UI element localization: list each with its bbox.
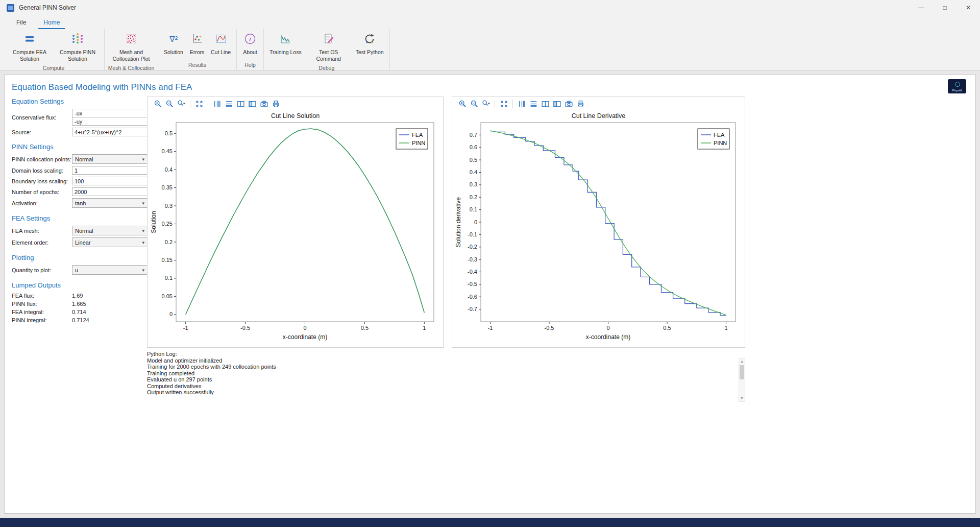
nabla-icon: ∇² [167,32,180,47]
split-view-icon[interactable] [540,99,550,109]
pinn-collocation-points-dropdown[interactable]: Normal▾ [72,154,148,164]
zoom-extents-icon[interactable] [499,99,509,109]
window-chrome: General PINN Solver — □ ✕ File Home Comp… [0,0,980,70]
errors-button[interactable]: Errors [187,31,207,57]
test-python-button[interactable]: Test Python [353,31,386,57]
svg-text:0.1: 0.1 [470,206,477,212]
tab-home[interactable]: Home [38,17,65,29]
snapshot-icon[interactable] [564,99,574,109]
source-row: Source: [12,128,148,136]
svg-text:-0.7: -0.7 [468,306,477,312]
about-button[interactable]: iAbout [240,31,260,57]
svg-text:-0.5: -0.5 [468,281,477,287]
svg-text:0.2: 0.2 [165,239,173,245]
mesh-plot-icon [125,32,138,47]
fea-mesh-dropdown[interactable]: Normal▾ [72,226,148,235]
ribbon-group-mesh-collocation: Mesh and Collocation PlotMesh & Collocat… [105,29,158,70]
tab-file[interactable]: File [11,17,31,29]
ribbon-group-results: ∇²Solution Errors Cut LineResults [158,29,237,70]
cut-line-button[interactable]: Cut Line [208,31,233,57]
scroll-up-icon[interactable]: ▲ [739,358,745,365]
svg-text:0.7: 0.7 [470,132,477,138]
svg-text:Solution: Solution [150,211,157,233]
setting-row: PINN collocation points:Normal▾ [12,154,148,164]
mesh-and-collocation-plot-button[interactable]: Mesh and Collocation Plot [108,31,155,63]
ribbon-group-label: Mesh & Collocation [108,63,155,73]
print-icon[interactable] [271,99,281,109]
snapshot-icon[interactable] [259,99,269,109]
setting-row: Number of epochs: [12,187,148,196]
quantity-to-plot-dropdown[interactable]: u▾ [72,265,148,275]
zoom-in-icon[interactable] [153,99,163,109]
source-input[interactable] [72,128,148,136]
plot-properties-icon[interactable] [247,99,257,109]
log-scrollbar[interactable]: ▲ ▼ [739,358,745,402]
cut-line-icon [214,32,228,47]
flux-x-input[interactable] [72,109,148,117]
log-line: Evaluated u on 297 points [147,376,745,382]
solution-plot-toolbar [148,97,443,110]
ribbon-group-debug: Training Loss Test OS Command Test Pytho… [264,29,390,70]
plot-properties-icon[interactable] [552,99,562,109]
svg-text:0.3: 0.3 [165,203,173,209]
y-log-scale-icon[interactable] [517,99,527,109]
ribbon-button-label: Test Python [356,49,384,56]
ribbon-button-label: Compute PiNN Solution [57,49,99,62]
svg-text:x-coordinate (m): x-coordinate (m) [283,333,327,341]
svg-text:PINN: PINN [714,140,727,146]
svg-text:PINN: PINN [412,140,425,146]
maximize-button[interactable]: □ [933,0,957,15]
domain-loss-scaling-input[interactable] [72,166,148,175]
dropdown-value: Normal [75,156,93,162]
zoom-dropdown-icon[interactable] [176,99,186,109]
y-log-scale-icon[interactable] [212,99,222,109]
derivative-plot-toolbar [452,97,745,110]
scroll-down-icon[interactable]: ▼ [739,395,745,401]
solution-chart[interactable]: -1-0.500.5100.050.10.150.20.250.30.350.4… [148,119,443,344]
compute-pinn-solution-button[interactable]: Compute PiNN Solution [54,31,101,63]
activation-dropdown[interactable]: tanh▾ [72,198,148,208]
zoom-out-icon[interactable] [469,99,479,109]
svg-text:-0.4: -0.4 [468,269,477,275]
minimize-button[interactable]: — [910,0,933,15]
x-log-scale-icon[interactable] [224,99,234,109]
derivative-chart-svg[interactable]: -1-0.500.51-0.7-0.6-0.5-0.4-0.3-0.2-0.10… [452,119,744,342]
svg-text:0.4: 0.4 [165,166,173,173]
setting-row: Boundary loss scaling: [12,177,148,185]
element-order-dropdown[interactable]: Linear▾ [72,237,148,247]
pinn-flux-value: 1.665 [72,301,148,307]
lumped-outputs-heading: Lumped Outputs [12,281,148,289]
main-panel: Equation Based Modeling with PINNs and F… [4,75,976,514]
pinn-settings-heading: PINN Settings [12,143,148,151]
fea-settings-heading: FEA Settings [12,214,148,222]
close-button[interactable]: ✕ [957,0,980,15]
zoom-dropdown-icon[interactable] [481,99,491,109]
flux-y-input[interactable] [72,117,148,126]
field-label: Quantity to plot: [12,267,72,273]
derivative-chart[interactable]: -1-0.500.51-0.7-0.6-0.5-0.4-0.3-0.2-0.10… [452,119,745,344]
zoom-in-icon[interactable] [457,99,468,109]
test-os-command-button[interactable]: Test OS Command [305,31,352,63]
zoom-extents-icon[interactable] [194,99,204,109]
ribbon-group-help: iAboutHelp [237,29,264,70]
print-icon[interactable] [575,99,585,109]
compute-fea-solution-button[interactable]: Compute FEA Solution [6,31,53,63]
training-loss-button[interactable]: Training Loss [267,31,304,57]
scatter-icon [190,32,204,47]
zoom-out-icon[interactable] [164,99,175,109]
scroll-thumb[interactable] [740,365,744,379]
setting-row: Activation:tanh▾ [12,198,148,208]
log-line: Training for 2000 epochs with 249 colloc… [147,364,745,370]
solution-button[interactable]: ∇²Solution [161,31,186,57]
split-view-icon[interactable] [235,99,246,109]
number-of-epochs-input[interactable] [72,187,148,196]
log-line: Output written successfully [147,389,745,395]
ribbon-button-label: About [243,49,257,56]
physai-logo-text: PhysAI [952,89,962,92]
solution-chart-svg[interactable]: -1-0.500.5100.050.10.150.20.250.30.350.4… [148,119,442,342]
field-label: PINN collocation points: [12,156,72,162]
ribbon: Compute FEA Solution Compute PiNN Soluti… [0,29,980,70]
x-log-scale-icon[interactable] [528,99,538,109]
boundary-loss-scaling-input[interactable] [72,177,148,185]
ribbon-button-label: Training Loss [270,49,302,56]
